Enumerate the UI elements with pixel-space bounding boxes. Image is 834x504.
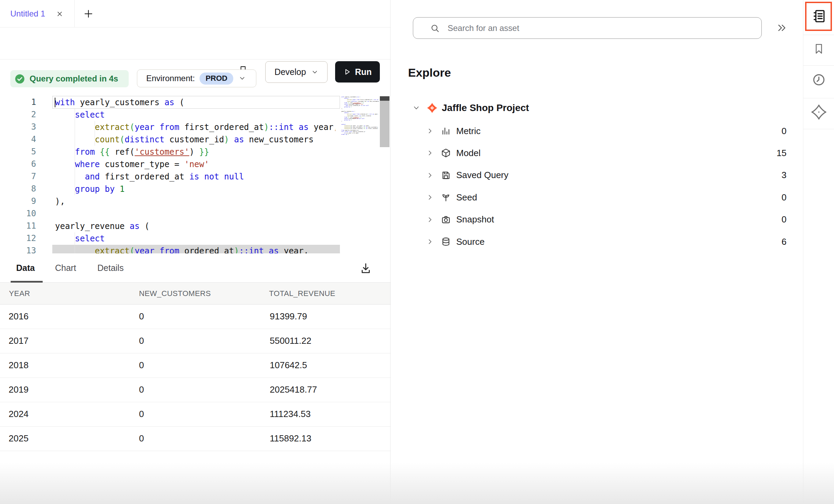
code-line[interactable]: extract(year from ordered_at)::int as ye… (55, 245, 335, 253)
table-row: 20180107642.5 (0, 353, 391, 378)
tree-item-label: Metric (456, 120, 481, 142)
code-line[interactable]: select (55, 232, 335, 245)
tree-item-source[interactable]: Source6 (391, 231, 803, 253)
code-content[interactable]: with yearly_customers as ( select extrac… (55, 96, 335, 253)
table-row: 2016091399.79 (0, 305, 391, 329)
tree-item-label: Snapshot (456, 209, 494, 231)
tree-item-saved-query[interactable]: Saved Query3 (391, 164, 803, 186)
table-row: 20250115892.13 (0, 427, 391, 451)
sidebar-item-history[interactable] (803, 65, 834, 98)
bookmark-icon (813, 42, 825, 56)
line-number: 4 (0, 133, 36, 145)
table-cell: 2019 (9, 378, 29, 402)
chevron-right-icon[interactable] (427, 216, 434, 223)
tab-data[interactable]: Data (16, 253, 35, 282)
environment-label: Environment: (146, 74, 195, 83)
panel-divider (390, 0, 391, 504)
table-row: 20170550011.22 (0, 329, 391, 353)
save-icon (441, 171, 451, 180)
download-icon[interactable] (359, 261, 372, 276)
right-icon-sidebar (803, 0, 834, 504)
asset-search-box[interactable] (413, 17, 762, 39)
explore-panel: Explore Jaffle Shop Project Metric0Model… (391, 0, 803, 504)
bar-chart-icon (441, 126, 451, 136)
table-row: 201902025418.77 (0, 378, 391, 402)
table-cell: 0 (139, 378, 144, 402)
tree-item-label: Source (456, 231, 484, 253)
tree-item-snapshot[interactable]: Snapshot0 (391, 209, 803, 231)
code-line[interactable]: from {{ ref('customers') }} (55, 146, 335, 158)
new-tab-icon[interactable] (83, 9, 94, 19)
collapse-panel-icon[interactable] (776, 22, 787, 33)
table-cell: 2024 (9, 402, 29, 426)
tree-item-count: 0 (782, 120, 787, 142)
table-cell: 2016 (9, 305, 29, 328)
chevron-down-icon (239, 75, 246, 82)
database-icon (441, 237, 451, 246)
sidebar-item-bookmarks[interactable] (803, 35, 834, 65)
run-button[interactable]: Run (335, 61, 380, 83)
table-row: 20240111234.53 (0, 402, 391, 427)
chevron-right-icon[interactable] (427, 194, 434, 201)
close-tab-icon[interactable] (56, 10, 64, 18)
tree-item-seed[interactable]: Seed0 (391, 186, 803, 208)
code-line[interactable]: with yearly_customers as ( (55, 96, 335, 109)
line-number: 12 (0, 232, 36, 244)
environment-selector[interactable]: Environment: PROD (137, 69, 256, 87)
chevron-right-icon[interactable] (427, 238, 434, 245)
code-minimap[interactable]: with yearly_customers as ( select extrac… (341, 96, 379, 135)
tab-chart[interactable]: Chart (55, 253, 76, 282)
search-input[interactable] (447, 19, 751, 37)
table-cell: 91399.79 (270, 305, 307, 328)
table-cell: 111234.53 (270, 402, 311, 426)
editor-scrollbar[interactable] (380, 101, 389, 147)
chevron-down-icon[interactable] (413, 105, 420, 111)
table-cell: 107642.5 (270, 353, 307, 377)
table-cell: 2025418.77 (270, 378, 317, 402)
tree-item-label: Model (456, 142, 481, 164)
chevron-right-icon[interactable] (427, 172, 434, 179)
line-number: 10 (0, 207, 36, 220)
code-line[interactable]: extract(year from first_ordered_at)::int… (55, 121, 335, 133)
code-line[interactable]: and first_ordered_at is not null (55, 171, 335, 183)
code-line[interactable]: ), (55, 195, 335, 208)
camera-icon (441, 215, 451, 224)
table-cell: 115892.13 (270, 427, 311, 450)
chevron-right-icon[interactable] (427, 150, 434, 156)
search-icon (430, 24, 440, 33)
chevron-right-icon[interactable] (427, 128, 434, 134)
line-number: 8 (0, 183, 36, 195)
tree-item-metric[interactable]: Metric0 (391, 120, 803, 142)
play-icon (343, 68, 351, 76)
code-line[interactable] (55, 208, 335, 220)
sidebar-item-catalog[interactable] (803, 0, 834, 35)
table-cell: 0 (139, 353, 144, 377)
editor-toolbar: Develop Run (0, 27, 391, 59)
scrollbar-marker (380, 96, 389, 101)
tree-item-label: Saved Query (456, 164, 509, 186)
tab-untitled[interactable]: Untitled 1 (10, 0, 45, 27)
sql-code-editor[interactable]: 12345678910111213 with yearly_customers … (0, 96, 391, 253)
query-status-badge: Query completed in 4s (10, 70, 129, 87)
text-cursor (55, 98, 55, 107)
tree-item-model[interactable]: Model15 (391, 142, 803, 164)
code-line[interactable]: select (55, 109, 335, 121)
environment-value-badge: PROD (200, 73, 233, 85)
code-line[interactable]: count(distinct customer_id) as new_custo… (55, 133, 335, 146)
line-number: 5 (0, 145, 36, 158)
table-cell: 2025 (9, 427, 29, 450)
code-line[interactable]: yearly_revenue as ( (55, 220, 335, 232)
tab-details[interactable]: Details (97, 253, 124, 282)
code-line[interactable]: group by 1 (55, 183, 335, 195)
tab-divider (74, 0, 75, 27)
develop-button[interactable]: Develop (265, 61, 328, 83)
sidebar-item-dbt[interactable] (803, 98, 834, 129)
chevron-down-icon (311, 69, 318, 76)
tree-item-count: 0 (782, 186, 787, 208)
line-number: 13 (0, 244, 36, 253)
history-icon (812, 73, 826, 87)
code-line[interactable]: where customer_type = 'new' (55, 158, 335, 171)
project-tree-root[interactable]: Jaffle Shop Project (391, 98, 803, 118)
line-number-gutter: 12345678910111213 (0, 96, 36, 253)
seedling-icon (441, 193, 451, 202)
